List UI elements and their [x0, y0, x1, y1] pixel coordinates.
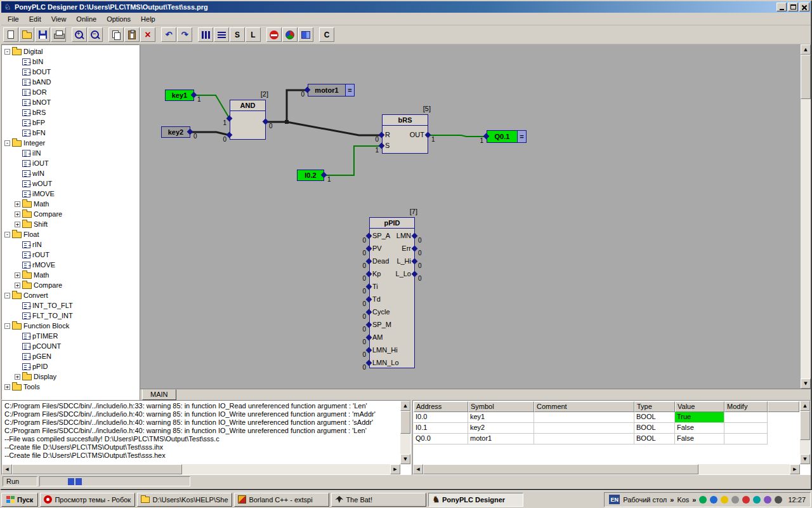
maximize-button[interactable]	[788, 3, 798, 11]
tree-item-rout[interactable]: rOUT	[2, 250, 139, 260]
menu-file[interactable]: File	[3, 13, 24, 25]
undo-button[interactable]: ↶	[161, 27, 176, 42]
scroll-left-button[interactable]: ◀	[413, 464, 423, 474]
tab-main[interactable]: MAIN	[142, 389, 176, 400]
start-button[interactable]: Пуск	[1, 493, 38, 507]
listing-button[interactable]	[214, 27, 229, 42]
expand-toggle-icon[interactable]: +	[15, 211, 20, 217]
redo-button[interactable]: ↷	[177, 27, 192, 42]
task-explorer-folder[interactable]: D:\Users\Kos\HELP\She...	[137, 493, 232, 507]
tree-item-digital[interactable]: -Digital	[2, 46, 139, 57]
tree-item-rmove[interactable]: rMOVE	[2, 260, 139, 270]
tree-item-bin[interactable]: bIN	[2, 57, 139, 67]
collapse-toggle-icon[interactable]: -	[4, 140, 10, 146]
tree-item-tools[interactable]: +Tools	[2, 382, 139, 392]
column-header-type[interactable]: Type	[634, 401, 675, 412]
tree-item-float[interactable]: -Float	[2, 229, 139, 239]
collapse-toggle-icon[interactable]: -	[4, 293, 10, 298]
monitor-button[interactable]	[282, 27, 298, 42]
wire-and-brs-r[interactable]	[287, 122, 382, 135]
tree-item-pcount[interactable]: pCOUNT	[2, 341, 139, 351]
watch-vertical-scrollbar[interactable]: ▲ ▼	[800, 401, 810, 464]
scroll-track[interactable]	[400, 411, 410, 454]
scroll-left-button[interactable]: ◀	[2, 464, 12, 474]
tree-item-bout[interactable]: bOUT	[2, 67, 139, 77]
tray-icon-3[interactable]	[721, 496, 728, 504]
delete-button[interactable]: ×	[140, 27, 155, 42]
scroll-up-button[interactable]: ▲	[800, 401, 810, 411]
scroll-down-button[interactable]: ▼	[801, 378, 811, 389]
load-button[interactable]: L	[246, 27, 261, 42]
tray-icon-8[interactable]	[775, 496, 782, 504]
new-file-button[interactable]	[3, 27, 18, 42]
expand-toggle-icon[interactable]: +	[15, 222, 20, 227]
log-vertical-scrollbar[interactable]: ▲ ▼	[400, 401, 410, 464]
stop-button[interactable]	[266, 27, 282, 42]
tray-clock[interactable]: 12:27	[788, 496, 806, 504]
simulate-button[interactable]: S	[230, 27, 245, 42]
zoom-out-button[interactable]: −	[88, 27, 103, 42]
tree-item-compare[interactable]: +Compare	[2, 209, 139, 219]
open-file-button[interactable]	[19, 27, 34, 42]
tree-item-shift[interactable]: +Shift	[2, 219, 139, 229]
tree-item-iin[interactable]: iIN	[2, 148, 139, 158]
tree-item-pgen[interactable]: pGEN	[2, 351, 139, 361]
menu-view[interactable]: View	[46, 13, 72, 25]
scroll-track[interactable]	[12, 464, 390, 474]
tree-item-math[interactable]: +Math	[2, 270, 139, 280]
column-header-address[interactable]: Address	[414, 401, 468, 412]
paste-button[interactable]	[124, 27, 140, 42]
tree-item-bnot[interactable]: bNOT	[2, 97, 139, 107]
column-header-value[interactable]: Value	[675, 401, 724, 412]
tree-item-bfn[interactable]: bFN	[2, 128, 139, 138]
tree-item-iout[interactable]: iOUT	[2, 158, 139, 168]
tree-item-wout[interactable]: wOUT	[2, 178, 139, 189]
tray-icon-7[interactable]	[764, 496, 771, 504]
io-block-key2[interactable]: key2	[161, 126, 190, 138]
save-file-button[interactable]	[35, 27, 50, 42]
task-the-bat[interactable]: The Bat!	[331, 493, 426, 507]
tree-item-imove[interactable]: iMOVE	[2, 189, 139, 199]
expand-toggle-icon[interactable]: +	[15, 201, 20, 207]
expand-toggle-icon[interactable]: +	[4, 384, 10, 390]
cell-modify[interactable]	[724, 434, 768, 444]
column-header-comment[interactable]: Comment	[534, 401, 634, 412]
zoom-in-button[interactable]: +	[72, 27, 87, 42]
watch-row-i0.1[interactable]: I0.1key2BOOLFalse	[414, 423, 799, 434]
print-button[interactable]	[51, 27, 66, 42]
column-header-modify[interactable]: Modify	[724, 401, 768, 412]
collapse-toggle-icon[interactable]: -	[4, 232, 10, 237]
tree-item-compare[interactable]: +Compare	[2, 280, 139, 290]
tree-item-brs[interactable]: bRS	[2, 107, 139, 117]
compile-button[interactable]	[198, 27, 213, 42]
fbd-canvas[interactable]: key11key20motor1=0I0.21Q0.1=1AND[2]100bR…	[140, 44, 801, 389]
expand-toggle-icon[interactable]: +	[15, 272, 20, 278]
tree-item-int-to-flt[interactable]: INT_TO_FLT	[2, 300, 139, 311]
scroll-right-button[interactable]: ▶	[790, 464, 800, 474]
io-block-motor1[interactable]: motor1=	[308, 84, 355, 97]
tree-item-band[interactable]: bAND	[2, 77, 139, 87]
tray-icon-1[interactable]	[699, 496, 707, 504]
tree-item-ppid[interactable]: pPID	[2, 361, 139, 371]
tree-item-ptimer[interactable]: pTIMER	[2, 331, 139, 341]
scroll-down-button[interactable]: ▼	[400, 454, 410, 464]
watch-row-q0.0[interactable]: Q0.0motor1BOOLFalse	[414, 434, 799, 444]
io-block-Q0.1[interactable]: Q0.1=	[487, 130, 527, 143]
chevron-icon[interactable]: »	[692, 496, 696, 504]
io-block-key1[interactable]: key1	[165, 90, 194, 101]
task-ponyplc-designer[interactable]: ♞PonyPLC Designer	[428, 493, 523, 507]
fb-block-AND[interactable]: AND	[230, 100, 266, 140]
scroll-thumb[interactable]	[12, 464, 182, 474]
watch-window-button[interactable]	[298, 27, 313, 42]
cell-modify[interactable]	[724, 412, 768, 423]
tree-item-display[interactable]: +Display	[2, 371, 139, 382]
tree-item-bor[interactable]: bOR	[2, 87, 139, 97]
scroll-thumb[interactable]	[801, 55, 811, 99]
tray-icon-2[interactable]	[710, 496, 717, 504]
tree-item-win[interactable]: wIN	[2, 168, 139, 178]
menu-edit[interactable]: Edit	[24, 13, 46, 25]
column-header-symbol[interactable]: Symbol	[468, 401, 534, 412]
log-horizontal-scrollbar[interactable]: ◀ ▶	[2, 464, 400, 474]
scroll-thumb[interactable]	[400, 411, 410, 434]
chevron-icon[interactable]: »	[670, 496, 674, 504]
